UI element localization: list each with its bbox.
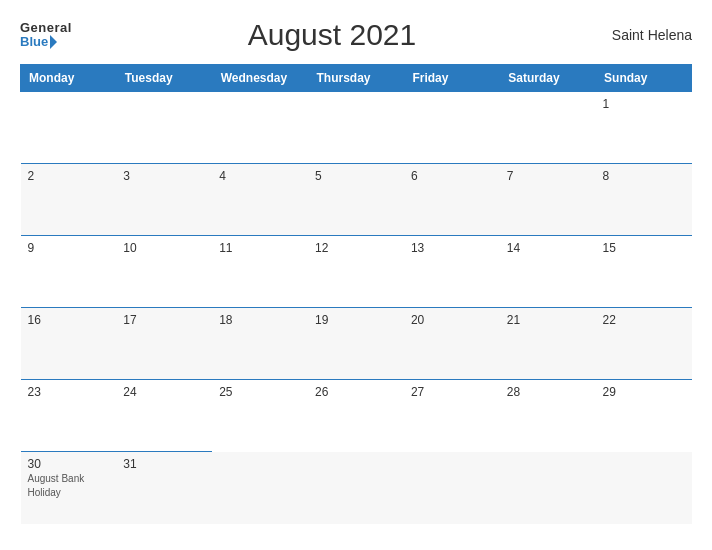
calendar-header-row: MondayTuesdayWednesdayThursdayFridaySatu… — [21, 65, 692, 92]
day-number: 7 — [507, 169, 589, 183]
day-number: 13 — [411, 241, 493, 255]
calendar-cell: 7 — [500, 164, 596, 236]
calendar-cell — [500, 92, 596, 164]
calendar-cell: 29 — [596, 380, 692, 452]
day-number: 27 — [411, 385, 493, 399]
col-header-tuesday: Tuesday — [116, 65, 212, 92]
day-number: 2 — [28, 169, 110, 183]
calendar-cell: 31 — [116, 452, 212, 524]
calendar-cell — [116, 92, 212, 164]
day-number: 25 — [219, 385, 301, 399]
calendar: General Blue August 2021 Saint Helena Mo… — [0, 0, 712, 550]
calendar-table: MondayTuesdayWednesdayThursdayFridaySatu… — [20, 64, 692, 524]
calendar-week-row: 23242526272829 — [21, 380, 692, 452]
calendar-cell: 30August Bank Holiday — [21, 452, 117, 524]
calendar-cell: 21 — [500, 308, 596, 380]
day-number: 11 — [219, 241, 301, 255]
calendar-cell: 28 — [500, 380, 596, 452]
logo-triangle-icon — [50, 35, 57, 49]
calendar-cell: 20 — [404, 308, 500, 380]
day-number: 9 — [28, 241, 110, 255]
calendar-cell: 26 — [308, 380, 404, 452]
calendar-cell: 16 — [21, 308, 117, 380]
calendar-cell: 6 — [404, 164, 500, 236]
calendar-cell: 18 — [212, 308, 308, 380]
day-number: 15 — [603, 241, 685, 255]
day-number: 26 — [315, 385, 397, 399]
day-number: 23 — [28, 385, 110, 399]
calendar-cell: 8 — [596, 164, 692, 236]
calendar-cell: 22 — [596, 308, 692, 380]
calendar-cell — [404, 452, 500, 524]
calendar-cell: 11 — [212, 236, 308, 308]
calendar-cell: 3 — [116, 164, 212, 236]
calendar-cell: 9 — [21, 236, 117, 308]
day-number: 6 — [411, 169, 493, 183]
day-event: August Bank Holiday — [28, 473, 85, 498]
day-number: 20 — [411, 313, 493, 327]
calendar-week-row: 16171819202122 — [21, 308, 692, 380]
day-number: 10 — [123, 241, 205, 255]
calendar-cell: 15 — [596, 236, 692, 308]
col-header-monday: Monday — [21, 65, 117, 92]
calendar-week-row: 9101112131415 — [21, 236, 692, 308]
col-header-saturday: Saturday — [500, 65, 596, 92]
calendar-title: August 2021 — [72, 18, 592, 52]
col-header-friday: Friday — [404, 65, 500, 92]
col-header-wednesday: Wednesday — [212, 65, 308, 92]
calendar-cell — [21, 92, 117, 164]
calendar-cell: 4 — [212, 164, 308, 236]
calendar-cell — [212, 452, 308, 524]
calendar-week-row: 30August Bank Holiday31 — [21, 452, 692, 524]
calendar-cell — [404, 92, 500, 164]
logo-general-text: General — [20, 21, 72, 35]
calendar-cell — [308, 452, 404, 524]
day-number: 16 — [28, 313, 110, 327]
calendar-cell: 2 — [21, 164, 117, 236]
calendar-cell — [500, 452, 596, 524]
day-number: 1 — [603, 97, 685, 111]
calendar-cell: 27 — [404, 380, 500, 452]
day-number: 28 — [507, 385, 589, 399]
day-number: 21 — [507, 313, 589, 327]
calendar-cell — [212, 92, 308, 164]
day-number: 31 — [123, 457, 205, 471]
calendar-region: Saint Helena — [592, 27, 692, 43]
calendar-cell: 25 — [212, 380, 308, 452]
calendar-week-row: 1 — [21, 92, 692, 164]
logo-blue-text: Blue — [20, 35, 72, 49]
day-number: 14 — [507, 241, 589, 255]
day-number: 19 — [315, 313, 397, 327]
day-number: 17 — [123, 313, 205, 327]
calendar-cell: 13 — [404, 236, 500, 308]
day-number: 12 — [315, 241, 397, 255]
day-number: 8 — [603, 169, 685, 183]
calendar-cell: 10 — [116, 236, 212, 308]
calendar-cell: 23 — [21, 380, 117, 452]
calendar-cell — [596, 452, 692, 524]
calendar-header: General Blue August 2021 Saint Helena — [20, 18, 692, 52]
calendar-cell: 5 — [308, 164, 404, 236]
calendar-cell — [308, 92, 404, 164]
day-number: 18 — [219, 313, 301, 327]
day-number: 22 — [603, 313, 685, 327]
calendar-cell: 14 — [500, 236, 596, 308]
col-header-sunday: Sunday — [596, 65, 692, 92]
calendar-week-row: 2345678 — [21, 164, 692, 236]
col-header-thursday: Thursday — [308, 65, 404, 92]
day-number: 5 — [315, 169, 397, 183]
logo: General Blue — [20, 21, 72, 50]
calendar-cell: 1 — [596, 92, 692, 164]
calendar-cell: 12 — [308, 236, 404, 308]
calendar-cell: 24 — [116, 380, 212, 452]
calendar-cell: 17 — [116, 308, 212, 380]
day-number: 3 — [123, 169, 205, 183]
day-number: 24 — [123, 385, 205, 399]
day-number: 30 — [28, 457, 110, 471]
day-number: 29 — [603, 385, 685, 399]
day-number: 4 — [219, 169, 301, 183]
calendar-cell: 19 — [308, 308, 404, 380]
